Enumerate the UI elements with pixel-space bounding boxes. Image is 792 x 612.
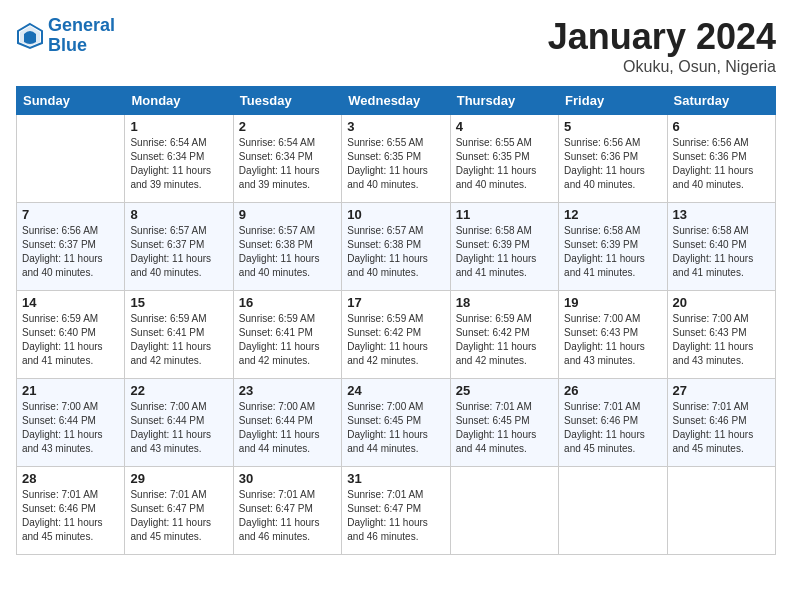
day-info: Sunrise: 7:01 AMSunset: 6:47 PMDaylight:… <box>130 488 227 544</box>
calendar-cell: 26Sunrise: 7:01 AMSunset: 6:46 PMDayligh… <box>559 379 667 467</box>
calendar-cell: 14Sunrise: 6:59 AMSunset: 6:40 PMDayligh… <box>17 291 125 379</box>
day-number: 19 <box>564 295 661 310</box>
day-number: 13 <box>673 207 770 222</box>
title-section: January 2024 Okuku, Osun, Nigeria <box>548 16 776 76</box>
day-number: 22 <box>130 383 227 398</box>
logo-text: General Blue <box>48 16 115 56</box>
calendar-cell: 23Sunrise: 7:00 AMSunset: 6:44 PMDayligh… <box>233 379 341 467</box>
day-number: 6 <box>673 119 770 134</box>
weekday-header-friday: Friday <box>559 87 667 115</box>
week-row-1: 1Sunrise: 6:54 AMSunset: 6:34 PMDaylight… <box>17 115 776 203</box>
day-number: 1 <box>130 119 227 134</box>
day-number: 24 <box>347 383 444 398</box>
day-info: Sunrise: 7:00 AMSunset: 6:43 PMDaylight:… <box>564 312 661 368</box>
day-info: Sunrise: 7:01 AMSunset: 6:46 PMDaylight:… <box>564 400 661 456</box>
day-info: Sunrise: 6:59 AMSunset: 6:41 PMDaylight:… <box>130 312 227 368</box>
day-info: Sunrise: 7:01 AMSunset: 6:45 PMDaylight:… <box>456 400 553 456</box>
calendar-cell: 18Sunrise: 6:59 AMSunset: 6:42 PMDayligh… <box>450 291 558 379</box>
calendar-cell: 4Sunrise: 6:55 AMSunset: 6:35 PMDaylight… <box>450 115 558 203</box>
calendar-cell: 19Sunrise: 7:00 AMSunset: 6:43 PMDayligh… <box>559 291 667 379</box>
calendar-cell: 16Sunrise: 6:59 AMSunset: 6:41 PMDayligh… <box>233 291 341 379</box>
day-number: 23 <box>239 383 336 398</box>
calendar-cell: 9Sunrise: 6:57 AMSunset: 6:38 PMDaylight… <box>233 203 341 291</box>
calendar-cell <box>559 467 667 555</box>
day-info: Sunrise: 7:01 AMSunset: 6:47 PMDaylight:… <box>239 488 336 544</box>
calendar-cell: 7Sunrise: 6:56 AMSunset: 6:37 PMDaylight… <box>17 203 125 291</box>
calendar-cell <box>450 467 558 555</box>
calendar-cell: 30Sunrise: 7:01 AMSunset: 6:47 PMDayligh… <box>233 467 341 555</box>
day-info: Sunrise: 7:01 AMSunset: 6:46 PMDaylight:… <box>673 400 770 456</box>
day-number: 11 <box>456 207 553 222</box>
day-info: Sunrise: 6:55 AMSunset: 6:35 PMDaylight:… <box>456 136 553 192</box>
week-row-3: 14Sunrise: 6:59 AMSunset: 6:40 PMDayligh… <box>17 291 776 379</box>
day-number: 26 <box>564 383 661 398</box>
calendar-cell: 10Sunrise: 6:57 AMSunset: 6:38 PMDayligh… <box>342 203 450 291</box>
calendar-cell: 8Sunrise: 6:57 AMSunset: 6:37 PMDaylight… <box>125 203 233 291</box>
calendar-cell: 21Sunrise: 7:00 AMSunset: 6:44 PMDayligh… <box>17 379 125 467</box>
weekday-header-tuesday: Tuesday <box>233 87 341 115</box>
page-header: General Blue January 2024 Okuku, Osun, N… <box>16 16 776 76</box>
calendar-cell: 13Sunrise: 6:58 AMSunset: 6:40 PMDayligh… <box>667 203 775 291</box>
location: Okuku, Osun, Nigeria <box>548 58 776 76</box>
day-info: Sunrise: 7:00 AMSunset: 6:44 PMDaylight:… <box>22 400 119 456</box>
day-info: Sunrise: 7:00 AMSunset: 6:44 PMDaylight:… <box>130 400 227 456</box>
calendar-cell <box>17 115 125 203</box>
calendar-cell: 12Sunrise: 6:58 AMSunset: 6:39 PMDayligh… <box>559 203 667 291</box>
day-number: 7 <box>22 207 119 222</box>
day-number: 12 <box>564 207 661 222</box>
calendar-cell: 2Sunrise: 6:54 AMSunset: 6:34 PMDaylight… <box>233 115 341 203</box>
day-number: 14 <box>22 295 119 310</box>
calendar-cell: 28Sunrise: 7:01 AMSunset: 6:46 PMDayligh… <box>17 467 125 555</box>
day-number: 16 <box>239 295 336 310</box>
calendar-cell: 25Sunrise: 7:01 AMSunset: 6:45 PMDayligh… <box>450 379 558 467</box>
day-info: Sunrise: 6:54 AMSunset: 6:34 PMDaylight:… <box>239 136 336 192</box>
calendar-cell: 29Sunrise: 7:01 AMSunset: 6:47 PMDayligh… <box>125 467 233 555</box>
calendar-cell: 24Sunrise: 7:00 AMSunset: 6:45 PMDayligh… <box>342 379 450 467</box>
day-info: Sunrise: 7:01 AMSunset: 6:47 PMDaylight:… <box>347 488 444 544</box>
day-info: Sunrise: 6:55 AMSunset: 6:35 PMDaylight:… <box>347 136 444 192</box>
day-info: Sunrise: 6:59 AMSunset: 6:42 PMDaylight:… <box>456 312 553 368</box>
calendar-cell: 3Sunrise: 6:55 AMSunset: 6:35 PMDaylight… <box>342 115 450 203</box>
calendar-table: SundayMondayTuesdayWednesdayThursdayFrid… <box>16 86 776 555</box>
day-info: Sunrise: 6:58 AMSunset: 6:39 PMDaylight:… <box>564 224 661 280</box>
day-number: 30 <box>239 471 336 486</box>
day-number: 15 <box>130 295 227 310</box>
calendar-cell: 1Sunrise: 6:54 AMSunset: 6:34 PMDaylight… <box>125 115 233 203</box>
day-number: 5 <box>564 119 661 134</box>
day-info: Sunrise: 6:57 AMSunset: 6:38 PMDaylight:… <box>239 224 336 280</box>
day-info: Sunrise: 6:57 AMSunset: 6:37 PMDaylight:… <box>130 224 227 280</box>
day-number: 4 <box>456 119 553 134</box>
day-info: Sunrise: 6:54 AMSunset: 6:34 PMDaylight:… <box>130 136 227 192</box>
weekday-header-wednesday: Wednesday <box>342 87 450 115</box>
weekday-header-saturday: Saturday <box>667 87 775 115</box>
day-number: 8 <box>130 207 227 222</box>
month-year: January 2024 <box>548 16 776 58</box>
day-number: 18 <box>456 295 553 310</box>
week-row-4: 21Sunrise: 7:00 AMSunset: 6:44 PMDayligh… <box>17 379 776 467</box>
calendar-cell: 27Sunrise: 7:01 AMSunset: 6:46 PMDayligh… <box>667 379 775 467</box>
day-info: Sunrise: 6:59 AMSunset: 6:40 PMDaylight:… <box>22 312 119 368</box>
logo-icon <box>16 22 44 50</box>
day-info: Sunrise: 7:01 AMSunset: 6:46 PMDaylight:… <box>22 488 119 544</box>
day-info: Sunrise: 6:56 AMSunset: 6:37 PMDaylight:… <box>22 224 119 280</box>
day-info: Sunrise: 6:58 AMSunset: 6:39 PMDaylight:… <box>456 224 553 280</box>
weekday-header-thursday: Thursday <box>450 87 558 115</box>
day-info: Sunrise: 6:59 AMSunset: 6:42 PMDaylight:… <box>347 312 444 368</box>
week-row-5: 28Sunrise: 7:01 AMSunset: 6:46 PMDayligh… <box>17 467 776 555</box>
calendar-cell: 5Sunrise: 6:56 AMSunset: 6:36 PMDaylight… <box>559 115 667 203</box>
calendar-cell: 20Sunrise: 7:00 AMSunset: 6:43 PMDayligh… <box>667 291 775 379</box>
weekday-header-monday: Monday <box>125 87 233 115</box>
day-info: Sunrise: 6:59 AMSunset: 6:41 PMDaylight:… <box>239 312 336 368</box>
day-info: Sunrise: 6:58 AMSunset: 6:40 PMDaylight:… <box>673 224 770 280</box>
day-number: 10 <box>347 207 444 222</box>
calendar-cell: 22Sunrise: 7:00 AMSunset: 6:44 PMDayligh… <box>125 379 233 467</box>
calendar-cell <box>667 467 775 555</box>
day-number: 20 <box>673 295 770 310</box>
week-row-2: 7Sunrise: 6:56 AMSunset: 6:37 PMDaylight… <box>17 203 776 291</box>
calendar-cell: 15Sunrise: 6:59 AMSunset: 6:41 PMDayligh… <box>125 291 233 379</box>
calendar-cell: 31Sunrise: 7:01 AMSunset: 6:47 PMDayligh… <box>342 467 450 555</box>
day-info: Sunrise: 6:56 AMSunset: 6:36 PMDaylight:… <box>673 136 770 192</box>
day-number: 27 <box>673 383 770 398</box>
day-number: 25 <box>456 383 553 398</box>
day-number: 31 <box>347 471 444 486</box>
